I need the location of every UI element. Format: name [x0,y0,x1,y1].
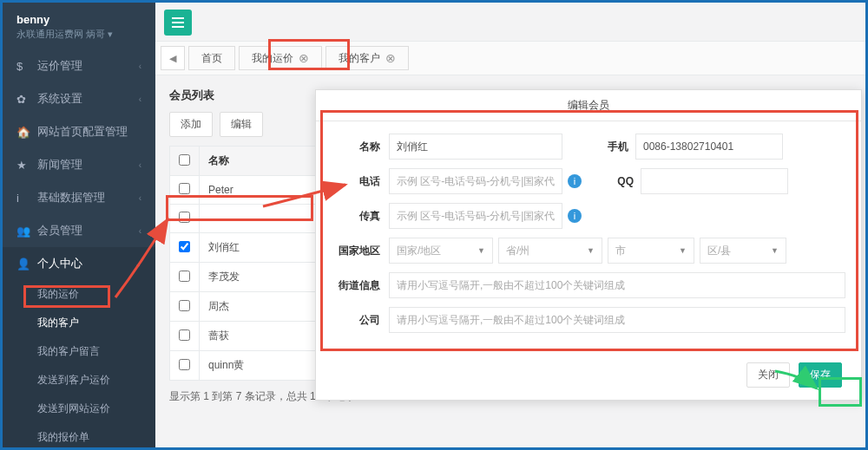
sub-send-site-price[interactable]: 发送到网站运价 [3,395,155,423]
row-checkbox[interactable] [179,271,190,282]
hamburger-icon [172,17,184,28]
row-checkbox[interactable] [179,183,190,194]
row-checkbox[interactable] [179,300,190,311]
region-label: 国家地区 [332,244,380,258]
qq-label: QQ [602,175,634,187]
sidebar: benny 永联通用运费网 炳哥 ▾ $运价管理‹ ✿系统设置‹ 🏠网站首页配置… [3,3,155,447]
chevron-left-icon: ‹ [139,193,141,203]
nav-homepage-config[interactable]: 🏠网站首页配置管理 [3,115,155,148]
info-icon: i [16,192,30,205]
username: benny [16,13,141,26]
country-select[interactable]: 国家/地区▼ [389,238,493,264]
nav-price-mgmt[interactable]: $运价管理‹ [3,49,155,82]
row-checkbox[interactable] [179,212,190,223]
tabs-bar: ◀ 首页 我的运价⊗ 我的客户⊗ [155,41,865,75]
phone-label: 电话 [332,174,380,189]
company-label: 公司 [332,313,380,328]
fax-input[interactable] [389,203,562,229]
info-icon: i [568,174,582,188]
chevron-down-icon: ⌄ [135,259,141,269]
star-icon: ★ [16,159,30,172]
org-subtitle[interactable]: 永联通用运费网 炳哥 ▾ [16,28,141,41]
close-icon[interactable]: ⊗ [385,51,396,65]
nav-basic-data[interactable]: i基础数据管理‹ [3,181,155,214]
close-icon[interactable]: ⊗ [299,51,309,65]
modal-title: 编辑会员 [568,98,609,113]
info-icon: i [568,209,582,223]
hamburger-button[interactable] [164,10,192,36]
modal-body: 名称 手机 电话 i QQ 传真 i 国家地区 国家/地区▼ 省/州▼ 市▼ 区… [316,121,861,354]
city-select[interactable]: 市▼ [608,238,694,264]
home-icon: 🏠 [16,126,30,139]
edit-button[interactable]: 编辑 [220,112,263,137]
row-checkbox[interactable] [179,359,190,370]
chevron-left-icon: ‹ [139,160,141,170]
nav-personal-sub: 我的运价 我的客户 我的客户留言 发送到客户运价 发送到网站运价 我的报价单 我… [3,280,155,450]
sub-my-price[interactable]: 我的运价 [3,280,155,309]
fax-label: 传真 [332,209,380,224]
caret-down-icon: ▼ [477,246,485,255]
tab-my-customer[interactable]: 我的客户⊗ [326,46,409,70]
street-input[interactable] [389,272,845,298]
caret-down-icon: ▼ [679,246,687,255]
company-input[interactable] [389,307,845,333]
nav-system-settings[interactable]: ✿系统设置‹ [3,82,155,115]
district-select[interactable]: 区/县▼ [700,238,786,264]
topbar [155,3,865,41]
tab-home[interactable]: 首页 [188,46,235,70]
gear-icon: ✿ [16,93,30,106]
name-input[interactable] [389,134,562,160]
dollar-icon: $ [16,60,30,73]
phone-input[interactable] [389,168,562,194]
modal-footer: 关闭 保存 [316,354,861,400]
province-select[interactable]: 省/州▼ [498,238,602,264]
caret-down-icon: ▼ [771,246,779,255]
nav-member-mgmt[interactable]: 👥会员管理‹ [3,214,155,247]
users-icon: 👥 [16,225,30,238]
sub-my-customer[interactable]: 我的客户 [3,309,155,337]
caret-down-icon: ▼ [587,246,595,255]
qq-input[interactable] [641,168,788,194]
save-button[interactable]: 保存 [799,362,842,388]
sub-send-customer-price[interactable]: 发送到客户运价 [3,366,155,395]
add-button[interactable]: 添加 [169,112,213,137]
row-checkbox[interactable] [179,329,190,341]
nav-personal-center[interactable]: 👤个人中心⌄ [3,247,155,280]
user-icon: 👤 [16,258,30,271]
sub-customer-msg[interactable]: 我的客户留言 [3,337,155,366]
select-all-checkbox[interactable] [179,154,190,166]
mobile-input[interactable] [635,134,783,160]
row-checkbox[interactable] [179,241,190,252]
tab-my-price[interactable]: 我的运价⊗ [239,46,322,70]
mobile-label: 手机 [597,140,628,154]
nav-news-mgmt[interactable]: ★新闻管理‹ [3,148,155,181]
edit-member-modal: 编辑会员 名称 手机 电话 i QQ 传真 i 国家地区 国家/地区▼ 省/州▼… [315,89,862,401]
modal-header: 编辑会员 [316,90,861,121]
close-button[interactable]: 关闭 [746,362,790,388]
chevron-left-icon: ‹ [139,95,141,104]
sub-my-quote[interactable]: 我的报价单 [3,423,155,450]
street-label: 街道信息 [332,278,380,293]
chevron-left-icon: ‹ [139,226,141,236]
tabs-prev-button[interactable]: ◀ [161,46,185,70]
chevron-left-icon: ‹ [139,62,141,71]
name-label: 名称 [332,140,380,154]
sidebar-header: benny 永联通用运费网 炳哥 ▾ [3,3,155,49]
